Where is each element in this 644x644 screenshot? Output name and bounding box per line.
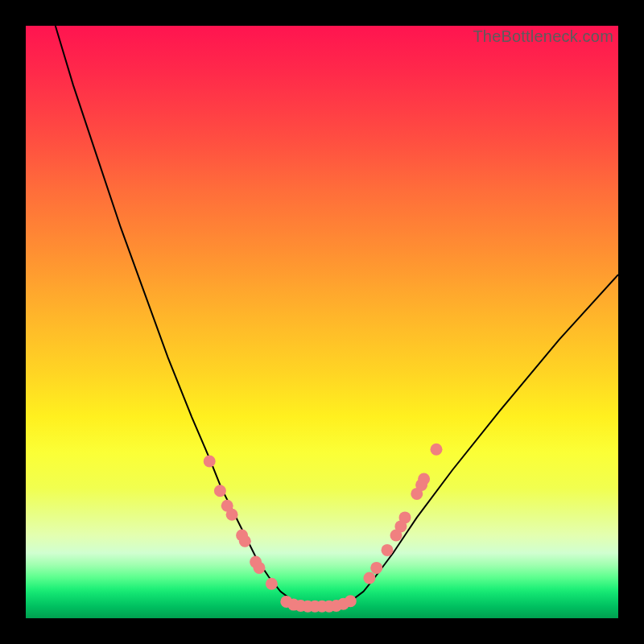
plot-area: TheBottleneck.com [26,26,618,618]
curve-marker-dot [266,578,278,590]
curve-marker-dot [239,535,251,547]
curve-marker-dot [399,511,411,523]
curve-marker-dot [418,473,430,485]
curve-marker-dot [431,444,443,456]
curve-marker-dot [214,485,226,497]
curve-marker-dot [345,595,357,607]
curve-marker-dot [254,562,266,574]
curve-marker-group [204,444,443,613]
curve-marker-dot [363,572,375,584]
bottleneck-curve [56,26,618,606]
chart-frame: TheBottleneck.com [0,0,644,644]
curve-layer [26,26,618,618]
curve-marker-dot [226,509,238,521]
curve-marker-dot [370,562,382,574]
curve-marker-dot [382,544,394,556]
curve-marker-dot [204,456,216,468]
